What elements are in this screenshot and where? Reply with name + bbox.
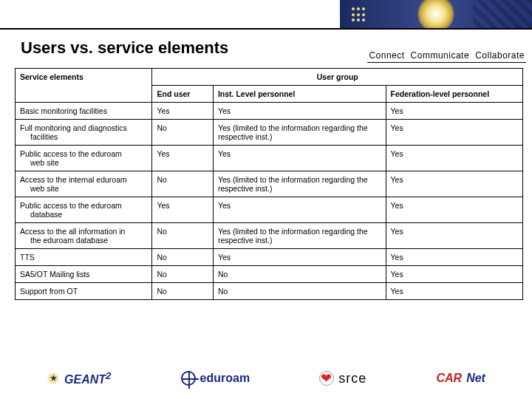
footer-logos: ★ GEANT2 eduroam ❤ srce CARNet (0, 362, 532, 395)
cell-inst: Yes (213, 249, 386, 266)
cell-end: No (152, 249, 213, 266)
table-row: Full monitoring and diagnosticsfacilitie… (16, 120, 523, 146)
cell-fed: Yes (386, 249, 523, 266)
logo-carnet-text-b: Net (466, 372, 485, 385)
col-header-service: Service elements (16, 69, 152, 103)
banner-grid-icon (473, 0, 532, 28)
logo-srce: ❤ srce (319, 371, 366, 386)
row-label: Basic monitoring facilities (16, 103, 152, 120)
banner-sun-icon (417, 0, 454, 28)
table-row: SA5/OT Mailing listsNoNoYes (16, 266, 523, 283)
cell-fed: Yes (386, 171, 523, 197)
cell-fed: Yes (386, 146, 523, 171)
logo-carnet-text-a: CAR (436, 372, 462, 385)
cell-end: No (152, 120, 213, 146)
cell-fed: Yes (386, 120, 523, 146)
row-label: Public access to the eduroamdatabase (16, 197, 152, 223)
table-row: Public access to the eduroamdatabaseYesY… (16, 197, 523, 223)
cell-end: Yes (152, 146, 213, 171)
logo-srce-text: srce (338, 371, 366, 386)
cell-inst: Yes (213, 103, 386, 120)
cell-inst: Yes (213, 146, 386, 171)
row-label: TTS (16, 249, 152, 266)
globe-icon (181, 371, 196, 386)
row-label: Support from OT (16, 283, 152, 300)
cell-end: No (152, 223, 213, 249)
row-label: Full monitoring and diagnosticsfacilitie… (16, 120, 152, 146)
row-label: Public access to the eduroamweb site (16, 146, 152, 171)
logo-geant-text: GEANT (64, 373, 106, 386)
cell-inst: Yes (limited to the information regardin… (213, 120, 386, 146)
col-header-fed: Federation-level personnel (386, 86, 523, 103)
row-label: SA5/OT Mailing lists (16, 266, 152, 283)
cell-inst: Yes (limited to the information regardin… (213, 171, 386, 197)
cell-inst: No (213, 283, 386, 300)
cell-fed: Yes (386, 266, 523, 283)
cell-inst: No (213, 266, 386, 283)
table-row: Public access to the eduroamweb siteYesY… (16, 146, 523, 171)
comparison-table: Service elements User group End user Ins… (15, 68, 523, 300)
logo-eduroam: eduroam (181, 371, 250, 386)
col-header-inst: Inst. Level personnel (213, 86, 386, 103)
table-row: Basic monitoring facilitiesYesYesYes (16, 103, 523, 120)
logo-carnet: CARNet (436, 372, 485, 385)
tagline-word: Communicate (411, 50, 470, 61)
cell-fed: Yes (386, 283, 523, 300)
cell-fed: Yes (386, 197, 523, 223)
logo-geant-sup: 2 (106, 370, 111, 381)
row-label: Access to the internal eduroamweb site (16, 171, 152, 197)
top-divider (0, 28, 532, 30)
col-header-group: User group (152, 69, 523, 86)
col-header-end-user: End user (152, 86, 213, 103)
banner-decor (340, 0, 532, 28)
table-row: Access to the all information inthe edur… (16, 223, 523, 249)
table-row: Access to the internal eduroamweb siteNo… (16, 171, 523, 197)
logo-eduroam-text: eduroam (200, 372, 250, 385)
cell-fed: Yes (386, 223, 523, 249)
banner-stars-icon (352, 7, 366, 22)
row-label: Access to the all information inthe edur… (16, 223, 152, 249)
cell-inst: Yes (213, 197, 386, 223)
star-icon: ★ (47, 372, 60, 385)
tagline-word: Collaborate (475, 50, 525, 61)
tagline-word: Connect (369, 50, 404, 61)
cell-fed: Yes (386, 103, 523, 120)
cell-inst: Yes (limited to the information regardin… (213, 223, 386, 249)
logo-geant: ★ GEANT2 (47, 370, 111, 386)
table-row: TTSNoYesYes (16, 249, 523, 266)
page-title: Users vs. service elements (21, 38, 228, 58)
cell-end: No (152, 283, 213, 300)
cell-end: Yes (152, 103, 213, 120)
table-row: Support from OTNoNoYes (16, 283, 523, 300)
heart-icon: ❤ (319, 371, 334, 386)
cell-end: No (152, 171, 213, 197)
cell-end: Yes (152, 197, 213, 223)
tagline: Connect Communicate Collaborate (367, 50, 526, 63)
cell-end: No (152, 266, 213, 283)
